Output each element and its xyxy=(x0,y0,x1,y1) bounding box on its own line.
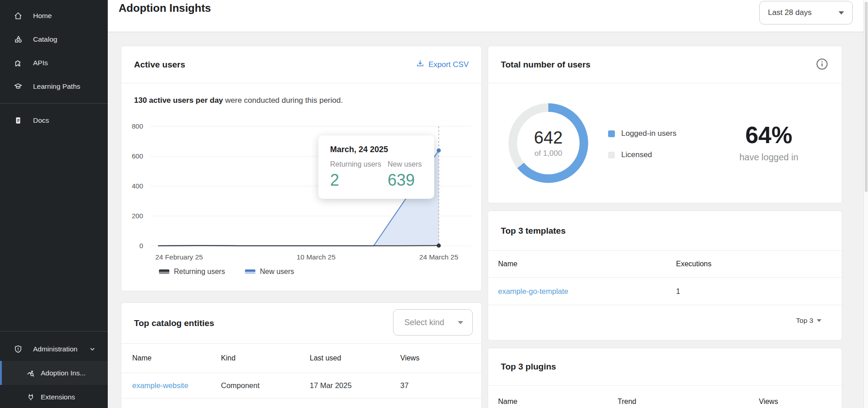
legend-item-logged-in[interactable]: Logged-in users xyxy=(608,129,676,138)
sidebar-item-label: Adoption Ins... xyxy=(41,369,86,377)
home-icon xyxy=(14,11,23,20)
last-used-value: 17 Mar 2025 xyxy=(310,381,352,390)
table-header-row: Name Executions xyxy=(488,251,842,278)
page-title: Adoption Insights xyxy=(119,2,211,14)
template-link[interactable]: example-go-template xyxy=(498,287,568,296)
tooltip-col-returning: Returning users 2 xyxy=(330,160,388,190)
column-header-executions: Executions xyxy=(676,260,711,268)
x-axis-tick-label: 24 February 25 xyxy=(155,253,203,261)
scrollbar-track[interactable] xyxy=(863,0,868,408)
scrollbar-thumb[interactable] xyxy=(865,2,868,192)
column-header-name: Name xyxy=(498,398,518,406)
table-row: example-website Component 17 Mar 2025 37 xyxy=(121,373,481,398)
legend-item-new-users[interactable]: New users xyxy=(245,268,294,276)
top-catalog-card-header: Top catalog entities Select kind xyxy=(121,303,481,344)
legend-label: New users xyxy=(260,268,294,276)
sidebar-item-label: Home xyxy=(33,12,52,20)
plug-icon xyxy=(26,393,35,402)
top-templates-card-header: Top 3 templates xyxy=(488,211,842,251)
table-row: example-go-template 1 xyxy=(488,278,842,305)
rows-per-page-select[interactable]: Top 3 xyxy=(796,317,821,325)
column-header-name: Name xyxy=(498,260,518,268)
executions-value: 1 xyxy=(676,287,680,296)
donut-subvalue: of 1,000 xyxy=(534,149,562,158)
percent-summary: 64% have logged in xyxy=(735,123,803,163)
table-body: example-go-template 1 xyxy=(488,278,842,305)
donut-legend: Logged-in users Licensed xyxy=(608,129,676,172)
shield-alert-icon xyxy=(14,345,23,354)
kind-value: Component xyxy=(221,381,259,390)
sidebar-top-group: Home Catalog APIs Learning Paths xyxy=(0,4,108,132)
sidebar: Home Catalog APIs Learning Paths xyxy=(0,0,108,408)
chart-tooltip: March, 24 2025 Returning users 2 New use… xyxy=(318,135,434,199)
sidebar-item-catalog[interactable]: Catalog xyxy=(0,28,108,51)
legend-label: Returning users xyxy=(174,268,225,276)
sidebar-item-label: APIs xyxy=(33,59,48,67)
legend-label: Logged-in users xyxy=(621,129,676,138)
tooltip-label: New users xyxy=(388,160,422,168)
sidebar-item-docs[interactable]: Docs xyxy=(0,109,108,132)
tooltip-value: 2 xyxy=(330,171,388,190)
sidebar-item-extensions[interactable]: Extensions xyxy=(0,385,108,408)
total-users-card-header: Total number of users xyxy=(488,46,842,83)
legend-swatch-licensed xyxy=(608,152,615,158)
tooltip-columns: Returning users 2 New users 639 xyxy=(330,160,422,190)
chevron-down-icon xyxy=(817,319,821,322)
kind-filter-select[interactable]: Select kind xyxy=(393,309,473,336)
tooltip-value: 639 xyxy=(388,171,422,190)
sidebar-item-apis[interactable]: APIs xyxy=(0,51,108,75)
sidebar-item-label: Docs xyxy=(33,116,49,125)
entity-link[interactable]: example-website xyxy=(132,381,188,390)
learning-paths-icon xyxy=(14,82,23,91)
svg-text:0: 0 xyxy=(139,242,143,250)
card-title: Top catalog entities xyxy=(134,318,214,328)
column-header-views: Views xyxy=(400,354,419,362)
top-templates-card: Top 3 templates Name Executions example-… xyxy=(488,211,842,341)
column-header-views: Views xyxy=(759,398,778,406)
column-header-trend: Trend xyxy=(618,398,636,406)
chart-legend: Returning users New users xyxy=(159,268,294,276)
total-users-card: Total number of users 642 of 1,000 Logge… xyxy=(488,46,842,203)
svg-text:400: 400 xyxy=(132,182,143,190)
catalog-icon xyxy=(14,35,23,44)
tooltip-col-new: New users 639 xyxy=(388,160,422,190)
donut-chart[interactable]: 642 of 1,000 xyxy=(508,103,588,183)
sidebar-item-label: Administration xyxy=(33,345,77,353)
top-catalog-entities-card: Top catalog entities Select kind Name Ki… xyxy=(121,302,482,408)
sidebar-item-administration[interactable]: Administration xyxy=(0,337,108,361)
chevron-down-icon xyxy=(839,11,844,14)
docs-icon xyxy=(14,116,23,125)
column-header-name: Name xyxy=(132,354,152,362)
adoption-insights-icon xyxy=(26,369,35,378)
x-axis-tick-label: 10 March 25 xyxy=(297,253,336,261)
legend-label: Licensed xyxy=(621,150,652,159)
legend-item-licensed[interactable]: Licensed xyxy=(608,150,676,159)
views-value: 37 xyxy=(400,381,408,390)
info-icon[interactable] xyxy=(816,58,828,72)
active-users-card: Active users Export CSV 130 active users… xyxy=(121,46,482,291)
sidebar-item-label: Extensions xyxy=(41,393,75,401)
sidebar-item-adoption-insights[interactable]: Adoption Ins... xyxy=(0,361,108,385)
date-range-select[interactable]: Last 28 days xyxy=(759,1,853,24)
table-header-row: Name Kind Last used Views xyxy=(121,344,481,373)
sidebar-item-home[interactable]: Home xyxy=(0,4,108,28)
tooltip-date: March, 24 2025 xyxy=(330,145,422,154)
column-header-kind: Kind xyxy=(221,354,235,362)
kind-filter-value: Select kind xyxy=(404,318,444,327)
legend-item-returning-users[interactable]: Returning users xyxy=(159,268,225,276)
rows-per-page-value: Top 3 xyxy=(796,317,813,325)
chevron-down-icon xyxy=(458,321,463,324)
top-plugins-card-header: Top 3 plugins xyxy=(488,348,842,386)
percent-value: 64% xyxy=(735,123,803,147)
sidebar-item-learning-paths[interactable]: Learning Paths xyxy=(0,75,108,98)
chevron-down-icon xyxy=(89,346,96,353)
card-title: Top 3 templates xyxy=(501,226,566,236)
card-title: Total number of users xyxy=(501,60,590,70)
legend-swatch-logged-in xyxy=(608,130,615,137)
donut-center-label: 642 of 1,000 xyxy=(508,103,588,183)
table-body: example-website Component 17 Mar 2025 37 xyxy=(121,373,481,398)
svg-text:200: 200 xyxy=(132,212,143,220)
x-axis-tick-label: 24 March 25 xyxy=(419,253,458,261)
legend-swatch-returning xyxy=(159,269,169,274)
donut-value: 642 xyxy=(534,128,562,148)
